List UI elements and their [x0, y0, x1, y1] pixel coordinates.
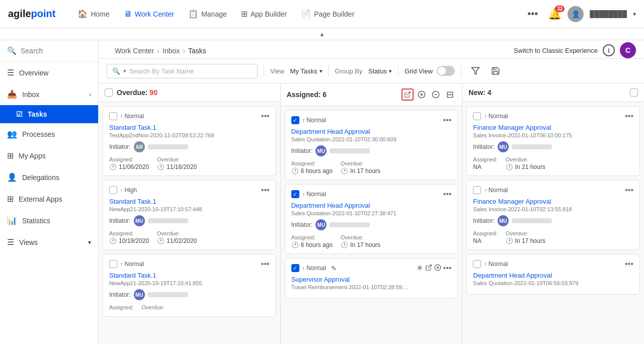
task-card[interactable]: ✓ ↑ Normal ••• Department Head Approval …	[285, 110, 458, 180]
user-avatar-content[interactable]: C	[620, 42, 636, 58]
sidebar-item-overview[interactable]: ☰ Overview	[0, 62, 98, 83]
switch-classic-link[interactable]: Switch to Classic Experience	[514, 47, 598, 54]
card-top: ↑ Normal •••	[109, 260, 270, 269]
task-card[interactable]: ✓ ↑ Normal ✎ ✳	[285, 258, 458, 299]
col-minus-circle-button[interactable]	[430, 89, 442, 101]
gridview-toggle-switch[interactable]	[437, 66, 455, 76]
card-checkbox[interactable]	[109, 112, 117, 120]
sidebar-search[interactable]: 🔍 Search	[0, 40, 98, 62]
card-checkbox[interactable]	[473, 186, 481, 194]
sidebar-item-processes[interactable]: 👥 Processes	[0, 123, 98, 145]
assigned-label: Assigned:	[473, 230, 497, 236]
card-menu-button[interactable]: •••	[443, 190, 452, 199]
task-card[interactable]: ↑ Normal ••• Standard Task.1 NewApp21-20…	[103, 254, 276, 317]
col-overdue-checkbox[interactable]	[105, 89, 113, 97]
card-title[interactable]: Standard Task.1	[109, 124, 270, 131]
sidebar-item-statistics[interactable]: 📊 Statistics	[0, 210, 98, 231]
nav-more-button[interactable]: •••	[523, 6, 542, 22]
sidebar-item-views[interactable]: ☰ Views ▾	[0, 231, 98, 253]
priority-label: High	[125, 187, 137, 194]
col-circle-x-button[interactable]	[416, 89, 428, 101]
card-title[interactable]: Finance Manager Approval	[473, 124, 633, 131]
search-box[interactable]: 🔍 ▾ Search By Task Name	[107, 64, 258, 78]
card-menu-button[interactable]: •••	[443, 264, 452, 273]
kanban-board: Overdue: 90 ↑ Normal •••	[99, 83, 644, 344]
logo[interactable]: agilepoint	[8, 8, 55, 20]
nav-item-manage[interactable]: 📋 Manage	[182, 5, 233, 23]
task-card[interactable]: ✓ ↑ Normal ••• Department Head Approval …	[285, 184, 458, 254]
card-dates: Assigned: NA Overdue: 🕐 In 21 hours	[473, 156, 633, 170]
card-title[interactable]: Department Head Approval	[291, 202, 452, 209]
card-checkbox[interactable]: ✓	[291, 264, 299, 272]
clock-icon: 🕐	[109, 163, 117, 170]
assigned-value: 🕐 6 hours ago	[291, 241, 333, 248]
card-title[interactable]: Standard Task.1	[109, 198, 270, 205]
card-checkbox[interactable]	[109, 186, 117, 194]
view-select[interactable]: View My Tasks ▾	[270, 67, 323, 75]
external-link-icon[interactable]	[425, 264, 432, 273]
card-title[interactable]: Department Head Approval	[473, 272, 633, 279]
sidebar-item-tasks[interactable]: ☑ Tasks	[0, 105, 98, 123]
task-card[interactable]: ↑ High ••• Standard Task.1 NewApp21-2020…	[103, 180, 276, 250]
card-title[interactable]: Supervisor Approval	[291, 276, 452, 283]
content-area: Work Center › Inbox › Tasks Switch to Cl…	[99, 40, 644, 344]
card-checkbox[interactable]: ✓	[291, 116, 299, 124]
initiator-avatar: MU	[498, 141, 509, 152]
sun-icon[interactable]: ✳	[417, 264, 423, 273]
card-menu-button[interactable]: •••	[443, 116, 452, 125]
user-menu-chevron[interactable]: ▾	[633, 11, 636, 18]
sidebar-item-myapps[interactable]: ⊞ My Apps	[0, 145, 98, 166]
clock-icon2: 🕐	[157, 237, 165, 244]
card-menu-button[interactable]: •••	[261, 260, 270, 269]
breadcrumb-workcenter[interactable]: Work Center	[115, 47, 154, 55]
col-minus-box-button[interactable]: ⊟	[444, 89, 456, 101]
card-title[interactable]: Standard Task.1	[109, 272, 270, 279]
col-new-checkbox[interactable]	[630, 89, 638, 97]
task-card[interactable]: ↑ Normal ••• Standard Task.1 TestApp2ndN…	[103, 106, 276, 176]
overdue-value: 🕐 In 17 hours	[341, 167, 380, 175]
priority-label: Normal	[306, 265, 326, 272]
circle-x-icon2[interactable]	[434, 264, 441, 273]
breadcrumb-inbox[interactable]: Inbox	[163, 47, 180, 55]
nav-item-home[interactable]: 🏠 Home	[71, 5, 115, 23]
nav-item-appbuilder[interactable]: ⊞ App Builder	[235, 5, 293, 23]
card-top: ↑ Normal •••	[473, 186, 633, 195]
card-checkbox[interactable]	[473, 260, 481, 268]
card-menu-button[interactable]: •••	[625, 186, 633, 195]
assigned-label: Assigned:	[109, 230, 149, 236]
views-chevron: ▾	[88, 239, 91, 246]
assigned-label: Assigned:	[291, 160, 333, 166]
card-title[interactable]: Department Head Approval	[291, 128, 452, 135]
card-menu-button[interactable]: •••	[625, 260, 633, 269]
groupby-select[interactable]: Group By Status ▾	[335, 67, 392, 75]
card-checkbox[interactable]	[473, 112, 481, 120]
task-card[interactable]: ↑ Normal ••• Finance Manager Approval Sa…	[466, 106, 640, 176]
filter-button[interactable]	[467, 63, 484, 79]
col-assigned-actions: ⊟	[401, 89, 456, 101]
info-icon[interactable]: i	[603, 44, 615, 56]
col-assigned-count: 6	[323, 91, 327, 99]
task-card[interactable]: ↑ Normal ••• Finance Manager Approval Sa…	[466, 180, 640, 250]
card-menu-button[interactable]: •••	[261, 186, 270, 195]
search-box-chevron[interactable]: ▾	[123, 68, 126, 74]
card-menu-button[interactable]: •••	[261, 112, 270, 121]
card-menu-button[interactable]: •••	[625, 112, 633, 121]
col-external-link-button[interactable]	[401, 89, 414, 101]
overdue-label: Overdue:	[506, 230, 545, 236]
notifications-bell[interactable]: 🔔 32	[548, 8, 561, 21]
card-title[interactable]: Finance Manager Approval	[473, 198, 633, 205]
card-checkbox[interactable]	[109, 260, 117, 268]
collapse-bar[interactable]: ▲	[0, 28, 644, 40]
sidebar-item-inbox[interactable]: 📥 Inbox ‹	[0, 83, 98, 105]
edit-icon[interactable]: ✎	[331, 265, 337, 272]
externalapps-icon: ⊞	[7, 194, 14, 204]
sidebar-item-externalapps[interactable]: ⊞ External Apps	[0, 188, 98, 210]
priority-up-icon: ↑	[302, 265, 305, 271]
card-checkbox[interactable]: ✓	[291, 190, 299, 198]
sidebar-item-delegations[interactable]: 👤 Delegations	[0, 166, 98, 188]
nav-item-pagebuilder[interactable]: 📄 Page Builder	[295, 5, 360, 23]
save-button[interactable]	[488, 63, 504, 79]
nav-item-workcenter[interactable]: 🖥 Work Center	[118, 6, 180, 23]
clock-icon2: 🕐	[341, 167, 348, 175]
task-card[interactable]: ↑ Normal ••• Department Head Approval Sa…	[466, 254, 640, 295]
